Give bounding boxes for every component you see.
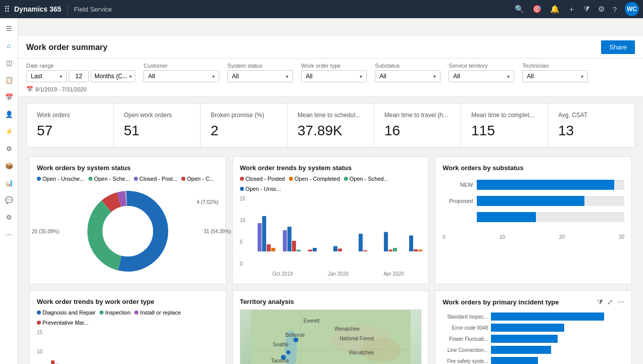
trend-bar <box>418 250 422 252</box>
incident-row-label: Fire safety syste... <box>442 358 488 364</box>
page-title: Work order summary <box>26 43 108 52</box>
sidebar-item-users[interactable]: 👤 <box>1 106 17 122</box>
chevron-icon: ▾ <box>433 74 436 79</box>
plus-icon[interactable]: ＋ <box>568 5 575 14</box>
substatus-bars: NEW Proposed <box>442 176 624 232</box>
share-button[interactable]: Share <box>601 40 635 54</box>
date-preset-select[interactable]: Last ▾ <box>26 70 67 82</box>
topbar: ⠿ Dynamics 365 Field Service 🔍 🎯 🔔 ＋ ⧩ ⚙… <box>0 0 643 18</box>
trend-chart-title: Work order trends by system status <box>240 164 422 172</box>
bell-icon[interactable]: 🔔 <box>550 5 560 14</box>
trend-bar <box>414 249 418 251</box>
trend-bar <box>338 248 342 251</box>
date-number-input[interactable] <box>69 70 89 82</box>
sidebar: ☰ ⌂ ◫ 📋 📅 👤 ⚡ ⚙ 📦 📊 💬 ⚙ ⋯ <box>0 18 18 364</box>
filter-icon-incident[interactable]: ⧩ <box>597 298 603 306</box>
date-range-label: Date range <box>26 63 135 69</box>
search-icon[interactable]: 🔍 <box>515 5 524 14</box>
legend-item: Open - Completed <box>289 176 340 182</box>
substatus-fill-empty <box>477 212 536 222</box>
sidebar-item-more[interactable]: ⋯ <box>1 226 17 242</box>
expand-icon-incident[interactable]: ⤢ <box>607 298 613 306</box>
sidebar-item-calendar[interactable]: 📅 <box>1 89 17 105</box>
legend-label: Closed - Post... <box>139 176 177 182</box>
territory-title: Territory analysis <box>240 298 422 305</box>
trend-chart-area: 151050 Oct 2019Jan 2020Apr 2020 <box>240 196 422 277</box>
trend-bar <box>283 230 287 251</box>
sidebar-item-inventory[interactable]: 📦 <box>1 158 17 174</box>
work-order-type-filter: Work order type All ▾ <box>301 63 367 82</box>
sidebar-item-chat[interactable]: 💬 <box>1 192 17 208</box>
trend-legend: Closed - PostedOpen - CompletedOpen - Sc… <box>240 176 422 192</box>
user-avatar[interactable]: WC <box>625 2 639 16</box>
customer-select[interactable]: All ▾ <box>143 70 219 82</box>
legend-dot <box>240 187 244 191</box>
service-territory-label: Service territory <box>449 63 514 69</box>
y-axis-label: 0 <box>240 261 245 267</box>
chevron-icon: ▾ <box>129 74 132 79</box>
workorder-type-chart-card: Work order trends by work order type Dia… <box>29 290 226 364</box>
work-order-type-label: Work order type <box>301 63 367 69</box>
legend-item: Preventative Mai... <box>37 320 88 326</box>
substatus-track-new <box>477 180 624 190</box>
kpi-value: 37.89K <box>298 123 364 139</box>
technician-select[interactable]: All ▾ <box>522 70 588 82</box>
sidebar-item-settings[interactable]: ⚙ <box>1 209 17 225</box>
trend-bar <box>292 241 296 251</box>
technician-filter: Technician All ▾ <box>522 63 588 82</box>
kpi-value: 13 <box>558 123 624 139</box>
incident-row: Line Connection... <box>442 346 624 354</box>
legend-item: Diagnosis and Repair <box>37 309 95 316</box>
legend-dot <box>37 321 41 325</box>
target-icon[interactable]: 🎯 <box>532 5 542 14</box>
kpi-card: Avg. CSAT 13 <box>548 103 635 147</box>
donut-svg <box>82 186 173 277</box>
trend-bar <box>359 234 363 251</box>
brand-name: Dynamics 365 <box>14 5 61 13</box>
legend-label: Open - C... <box>187 176 214 182</box>
more-icon-incident[interactable]: ⋯ <box>617 298 624 306</box>
donut-chart-title: Work orders by system status <box>37 164 219 172</box>
trend-bar <box>384 232 388 252</box>
trend-bar <box>287 227 291 251</box>
help-icon[interactable]: ? <box>613 5 617 14</box>
filter-bar: Date range Last ▾ Months (C... ▾ 📅 8/1/2… <box>18 59 643 97</box>
trend-bar <box>296 250 301 252</box>
kpi-card: Mean time to travel (h... 16 <box>374 103 461 147</box>
service-territory-select[interactable]: All ▾ <box>449 70 514 82</box>
kpi-card: Work orders 57 <box>26 103 114 147</box>
sidebar-item-resources[interactable]: ⚡ <box>1 123 17 139</box>
sidebar-item-dashboard[interactable]: ◫ <box>1 55 17 71</box>
kpi-card: Mean time to complet... 115 <box>461 103 548 147</box>
legend-label: Open - Unsc... <box>245 186 281 192</box>
kpi-row: Work orders 57Open work orders 51Broken … <box>18 97 643 153</box>
kpi-label: Broken promise (%) <box>211 112 277 119</box>
gear-icon[interactable]: ⚙ <box>598 5 605 14</box>
trend-bar <box>262 216 266 251</box>
sidebar-item-analytics[interactable]: 📊 <box>1 175 17 191</box>
filter-icon[interactable]: ⧩ <box>583 5 590 14</box>
sidebar-item-menu[interactable]: ☰ <box>1 20 17 36</box>
chevron-icon: ▾ <box>581 74 583 79</box>
substatus-bar-row-2: Proposed <box>442 196 624 206</box>
legend-item: Open - Unsc... <box>240 186 281 192</box>
trend-bar <box>333 246 337 252</box>
legend-dot <box>134 177 138 181</box>
substatus-select[interactable]: All ▾ <box>375 70 440 82</box>
kpi-label: Open work orders <box>124 112 190 119</box>
legend-dot <box>289 177 293 181</box>
date-unit-select[interactable]: Months (C... ▾ <box>91 70 135 82</box>
substatus-track-empty <box>477 212 624 222</box>
substatus-label: Substatus <box>375 63 440 69</box>
incident-bar-fill <box>491 357 537 364</box>
sidebar-item-docs[interactable]: 📋 <box>1 72 17 88</box>
trend-bar <box>258 223 262 251</box>
sidebar-item-home[interactable]: ⌂ <box>1 37 17 54</box>
incident-row-label: Power Fluctuati... <box>442 336 488 342</box>
apps-icon[interactable]: ⠿ <box>4 5 10 14</box>
incident-row: Fire safety syste... <box>442 357 624 364</box>
legend-dot <box>344 177 348 181</box>
system-status-select[interactable]: All ▾ <box>227 70 293 82</box>
work-order-type-select[interactable]: All ▾ <box>301 70 367 82</box>
sidebar-item-assets[interactable]: ⚙ <box>1 140 17 157</box>
